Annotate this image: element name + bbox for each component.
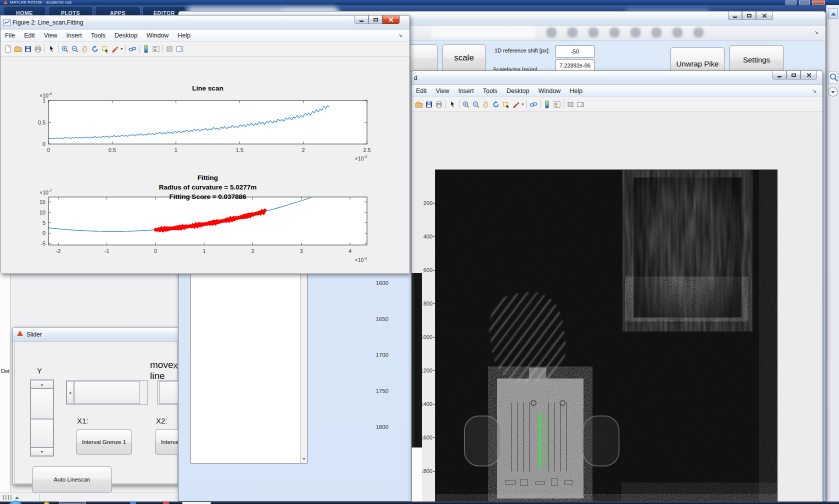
save-figure-icon[interactable] bbox=[424, 100, 434, 109]
zoom-out-icon[interactable] bbox=[70, 44, 80, 54]
link-plot-icon[interactable] bbox=[128, 44, 138, 54]
menu-item-file[interactable]: File bbox=[0, 32, 20, 39]
zoom-in-icon[interactable] bbox=[461, 100, 471, 109]
menu-item-desktop[interactable]: Desktop bbox=[502, 88, 534, 94]
interval-grenze-1-button[interactable]: Interval Grenze 1 bbox=[76, 430, 132, 454]
x1-slider-left-button[interactable]: ◄ bbox=[66, 381, 74, 404]
figd-close-button[interactable] bbox=[800, 71, 817, 80]
insert-legend-icon[interactable] bbox=[151, 44, 161, 54]
expand-arrow-icon[interactable] bbox=[15, 496, 19, 499]
insert-legend-icon[interactable] bbox=[552, 100, 562, 109]
zoom-out-icon[interactable] bbox=[471, 100, 481, 109]
gui-maximize-button[interactable] bbox=[742, 12, 756, 20]
pointer-icon[interactable] bbox=[46, 44, 56, 54]
taskbar-button[interactable] bbox=[182, 502, 211, 504]
scale-button[interactable]: scale bbox=[442, 44, 486, 72]
scroll-down-icon[interactable]: ▼ bbox=[301, 456, 307, 462]
menu-item-insert[interactable]: Insert bbox=[454, 88, 478, 94]
collapse-up-button[interactable] bbox=[828, 8, 838, 19]
hide-plot-tools-icon[interactable] bbox=[164, 44, 174, 54]
y-slider-up-button[interactable]: ▲ bbox=[30, 380, 54, 388]
toolbar-handle[interactable] bbox=[3, 495, 12, 500]
menu-item-edit[interactable]: Edit bbox=[412, 88, 432, 94]
y-slider-thumb[interactable] bbox=[30, 388, 54, 418]
show-plot-tools-icon[interactable] bbox=[576, 100, 586, 109]
fig2-minimize-button[interactable] bbox=[354, 16, 368, 24]
print-figure-icon[interactable] bbox=[33, 44, 43, 54]
chevron-down-button[interactable] bbox=[828, 87, 838, 96]
start-button[interactable] bbox=[8, 500, 23, 504]
figure-d-titlebar[interactable]: d bbox=[412, 71, 822, 85]
taskbar-icon[interactable] bbox=[44, 502, 49, 504]
brush-dropdown-icon[interactable]: ▼ bbox=[120, 47, 124, 50]
slider-titlebar[interactable]: Slider bbox=[12, 328, 180, 342]
figd-maximize-button[interactable] bbox=[786, 71, 800, 80]
zoom-in-icon[interactable] bbox=[60, 44, 70, 54]
figd-minimize-button[interactable] bbox=[772, 71, 786, 80]
menu-item-help[interactable]: Help bbox=[565, 88, 587, 94]
settings-button[interactable]: Settings bbox=[730, 46, 784, 74]
menu-item-edit[interactable]: Edit bbox=[20, 32, 40, 39]
move-line-slider-x1[interactable]: ◄ bbox=[66, 380, 148, 404]
dock-arrow-icon[interactable]: ↘ bbox=[812, 88, 816, 94]
open-file-icon[interactable] bbox=[13, 44, 23, 54]
figure2-titlebar[interactable]: Figure 2: Line_scan,Fitting bbox=[0, 16, 410, 30]
menu-item-view[interactable]: View bbox=[40, 32, 62, 39]
save-figure-icon[interactable] bbox=[23, 44, 33, 54]
gui-close-button[interactable] bbox=[756, 12, 773, 20]
hide-plot-tools-icon[interactable] bbox=[566, 100, 576, 109]
rotate-3d-icon[interactable] bbox=[90, 44, 100, 54]
x1-slider-thumb[interactable] bbox=[74, 381, 140, 404]
menu-item-help[interactable]: Help bbox=[173, 32, 195, 39]
data-cursor-icon[interactable] bbox=[100, 44, 110, 54]
dock-arrow-icon[interactable]: ↘ bbox=[398, 32, 402, 38]
figure-icon bbox=[4, 19, 10, 26]
menu-item-window[interactable]: Window bbox=[142, 32, 173, 39]
ref-shift-field[interactable]: -50 bbox=[556, 46, 594, 58]
pan-icon[interactable] bbox=[481, 100, 491, 109]
svg-text:1: 1 bbox=[42, 98, 46, 104]
menu-item-window[interactable]: Window bbox=[534, 88, 565, 94]
maximize-button[interactable] bbox=[799, 0, 810, 4]
brush-dropdown-icon[interactable]: ▼ bbox=[521, 102, 525, 106]
search-button[interactable] bbox=[828, 71, 838, 84]
menu-item-insert[interactable]: Insert bbox=[62, 32, 86, 39]
rotate-3d-icon[interactable] bbox=[491, 100, 501, 109]
minimize-button[interactable] bbox=[786, 0, 796, 4]
fig2-close-button[interactable] bbox=[382, 16, 400, 24]
fig2-maximize-button[interactable] bbox=[368, 16, 382, 24]
menu-item-tools[interactable]: Tools bbox=[478, 88, 502, 94]
data-cursor-icon[interactable] bbox=[501, 100, 511, 109]
open-file-icon[interactable] bbox=[414, 100, 424, 109]
auto-linescan-button[interactable]: Auto Linescan bbox=[32, 466, 112, 492]
y-slider-track[interactable] bbox=[30, 419, 54, 448]
menu-item-desktop[interactable]: Desktop bbox=[110, 32, 142, 39]
link-plot-icon[interactable] bbox=[528, 100, 538, 109]
y-slider-down-button[interactable]: ▼ bbox=[30, 448, 54, 456]
listbox[interactable]: ▼ bbox=[190, 254, 308, 464]
menu-item-view[interactable]: View bbox=[432, 88, 454, 94]
image-y-tick-label: 400 bbox=[412, 234, 432, 240]
insert-colorbar-icon[interactable] bbox=[542, 100, 552, 109]
show-plot-tools-icon[interactable] bbox=[174, 44, 184, 54]
brush-icon[interactable] bbox=[110, 44, 120, 54]
print-figure-icon[interactable] bbox=[434, 100, 444, 109]
dock-arrow-icon[interactable]: ↘ bbox=[814, 30, 818, 35]
taskbar-icon[interactable] bbox=[163, 502, 169, 504]
pointer-icon[interactable] bbox=[448, 100, 458, 109]
scalefactor-field[interactable]: 7.22892e-06 bbox=[556, 60, 594, 72]
new-figure-icon[interactable] bbox=[3, 44, 13, 54]
speckle-image-axes[interactable] bbox=[435, 170, 778, 504]
slider-window: Slider Y move line X ▲ ▼ ◄ X1: X2: bbox=[12, 327, 180, 485]
pan-icon[interactable] bbox=[80, 44, 90, 54]
taskbar-icon[interactable] bbox=[130, 502, 136, 504]
y-slider[interactable]: ▲ ▼ bbox=[30, 380, 54, 456]
taskbar-button[interactable] bbox=[59, 502, 86, 504]
insert-colorbar-icon[interactable] bbox=[141, 44, 151, 54]
brush-icon[interactable] bbox=[511, 100, 521, 109]
gui-minimize-button[interactable] bbox=[728, 12, 742, 20]
close-button[interactable] bbox=[812, 0, 825, 4]
svg-text:2.5: 2.5 bbox=[363, 147, 370, 153]
listbox-scrollbar[interactable]: ▼ bbox=[300, 255, 307, 463]
menu-item-tools[interactable]: Tools bbox=[86, 32, 110, 39]
